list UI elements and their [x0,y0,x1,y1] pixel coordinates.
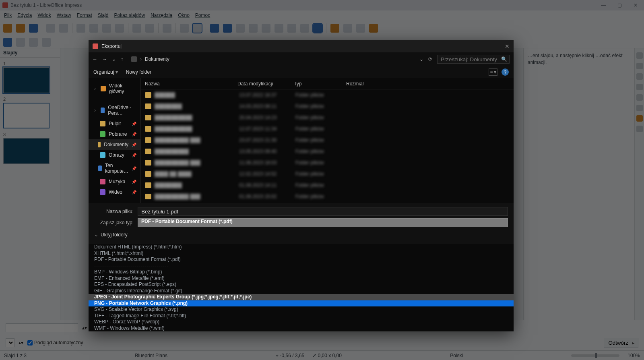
nav-forward-icon[interactable]: → [102,56,107,62]
file-row[interactable]: ██████████ ███01.08.2023 15:02Folder pli… [141,191,514,202]
filename-input[interactable] [138,207,508,216]
filetype-option[interactable]: EPS - Encapsulated PostScript (*.eps) [89,281,514,288]
file-date: 01.08.2023 14:11 [239,182,295,188]
file-type: Folder plików [295,103,348,109]
chevron-right-icon: › [93,86,97,91]
filetype-option[interactable]: XHTML (*.html;*.xhtml) [89,250,514,257]
sidebar-item[interactable]: Obrazy📌 [89,150,140,160]
filetype-option[interactable]: GIF - Graphics Interchange Format (*.gif… [89,288,514,294]
file-row[interactable]: ████████01.08.2023 14:11Folder plików [141,180,514,191]
dialog-close-button[interactable]: ✕ [505,43,510,50]
folder-icon [145,182,151,188]
file-date: 12.07.2023 11:34 [239,126,295,132]
file-date: 11.06.2023 18:03 [239,160,295,166]
file-row[interactable]: ██████████13.05.2023 09:40Folder plików [141,146,514,157]
file-type: Folder plików [295,182,348,188]
nav-back-icon[interactable]: ← [93,56,97,62]
dialog-search-input[interactable] [437,55,510,64]
file-name: ████████ [155,103,239,109]
filename-label: Nazwa pliku: [94,209,134,214]
col-size[interactable]: Rozmiar [342,81,390,87]
file-row[interactable]: ████████14.03.2023 08:11Folder plików [141,101,514,112]
filetype-option[interactable]: Dokument HTML (Impress) (*.html;*.htm) [89,244,514,250]
chevron-right-icon: › [93,108,97,113]
dialog-logo-icon [93,43,98,49]
file-row[interactable]: ███████████20.04.2023 14:23Folder plików [141,112,514,123]
filetype-option[interactable]: PDF - Portable Document Format (*.pdf) [89,257,514,263]
pin-icon: 📌 [132,180,136,184]
sidebar-label: Obrazy [109,152,124,158]
nav-recent-icon[interactable]: ⌄ [112,56,116,62]
sidebar-item[interactable]: ›Widok główny [89,81,140,97]
sidebar-item[interactable]: Ten kompute…📌 [89,160,140,176]
sidebar-label: Wideo [109,189,122,195]
file-date: 12.02.2023 14:52 [239,171,295,177]
col-name[interactable]: Nazwa [141,81,233,87]
file-name: ████ ██ ████ [155,171,239,177]
breadcrumb[interactable]: › Dokumenty [131,56,169,62]
pin-icon: 📌 [132,143,136,147]
folder-icon [145,126,151,132]
folder-icon [145,115,151,120]
new-folder-button[interactable]: Nowy folder [126,69,151,75]
filetype-option[interactable]: WEBP - Obraz WebP (*.webp) [89,319,514,325]
folder-icon [145,149,151,154]
pin-icon: 📌 [132,132,136,137]
dialog-nav: ← → ⌄ ↑ › Dokumenty ⌄ ⟳ 🔍 [89,52,514,66]
file-type: Folder plików [295,149,348,154]
file-row[interactable]: ██████████ ███11.06.2023 18:03Folder pli… [141,157,514,168]
filetype-option[interactable]: PNG - Portable Network Graphics (*.png) [89,300,514,307]
file-row[interactable]: ██████████ ███23.07.2023 21:30Folder pli… [141,134,514,146]
nav-refresh-icon[interactable]: ⟳ [428,56,432,62]
file-row[interactable]: ███████████12.07.2023 11:34Folder plików [141,123,514,134]
folder-icon [145,137,151,143]
filetype-select[interactable]: PDF - Portable Document Format (*.pdf) [138,218,508,227]
file-name: ██████████ ███ [155,137,239,143]
dialog-sidebar: ›Widok główny›OneDrive - Pers…Pulpit📌Pob… [89,78,141,203]
file-name: ██████████ [155,149,239,154]
help-button[interactable]: ? [502,68,509,76]
filetype-option[interactable]: TIFF - Tagged Image File Format (*.tif;*… [89,313,514,319]
folder-icon [131,56,137,62]
organize-button[interactable]: Organizuj ▾ [93,69,118,75]
sidebar-icon [100,189,105,195]
folder-icon [145,194,151,199]
sidebar-label: Widok główny [109,83,136,94]
file-date: 13.05.2023 09:40 [239,149,295,154]
sidebar-item[interactable]: Wideo📌 [89,187,140,197]
file-name: ████████ [155,182,239,188]
col-date[interactable]: Data modyfikacji [233,81,290,87]
chevron-down-icon: ▾ [116,69,118,75]
file-date: 20.04.2023 14:23 [239,115,295,120]
filetype-option[interactable]: WMF - Windows Metafile (*.wmf) [89,325,514,332]
col-type[interactable]: Typ [290,81,342,87]
sidebar-label: OneDrive - Pers… [108,105,136,116]
filetype-option[interactable]: SVG - Scalable Vector Graphics (*.svg) [89,306,514,313]
filetype-option[interactable]: EMF - Enhanced Metafile (*.emf) [89,275,514,282]
hide-folders-toggle[interactable]: ⌄ Ukryj foldery [94,230,508,240]
file-type: Folder plików [295,115,348,120]
sidebar-item[interactable]: ›OneDrive - Pers… [89,102,140,118]
list-header: Nazwa Data modyfikacji Typ Rozmiar [141,78,514,89]
nav-dropdown-icon[interactable]: ⌄ [419,56,423,62]
chevron-right-icon: › [140,56,142,62]
sidebar-label: Dokumenty [104,142,128,147]
sidebar-item[interactable]: Muzyka📌 [89,176,140,187]
sidebar-label: Pulpit [109,121,121,126]
sidebar-item[interactable]: Pobrane📌 [89,129,140,139]
folder-icon [145,92,151,98]
filetype-option[interactable]: JPEG - Joint Photographic Experts Group … [89,294,514,300]
filetype-option[interactable]: BMP - Windows Bitmap (*.bmp) [89,269,514,275]
view-mode-button[interactable]: ≡ ▾ [489,68,497,76]
nav-up-icon[interactable]: ↑ [121,56,123,62]
sidebar-item[interactable]: Dokumenty📌 [89,139,140,150]
file-row[interactable]: ██████13.07.2022 16:37Folder plików [141,89,514,101]
sidebar-icon [101,108,105,113]
file-type: Folder plików [295,126,348,132]
file-date: 01.08.2023 15:02 [239,194,295,199]
sidebar-item[interactable]: Pulpit📌 [89,118,140,129]
dialog-form: Nazwa pliku: Zapisz jako typ: PDF - Port… [89,203,514,244]
sidebar-label: Pobrane [109,131,127,137]
file-row[interactable]: ████ ██ ████12.02.2023 14:52Folder plikó… [141,168,514,180]
file-type: Folder plików [295,171,348,177]
